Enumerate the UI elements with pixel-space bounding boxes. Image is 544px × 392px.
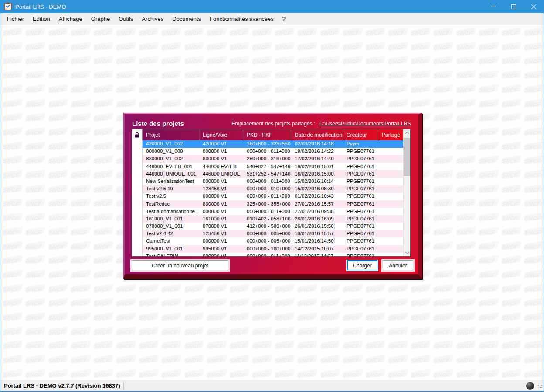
load-button[interactable]: Charger bbox=[347, 260, 377, 270]
svg-text:SNCF: SNCF bbox=[524, 101, 541, 108]
column-header-ligne-voie[interactable]: Ligne/Voie bbox=[199, 129, 243, 140]
table-row[interactable]: 446000_EVIT B_001446000 EVIT B546+827 - … bbox=[132, 163, 403, 170]
svg-text:SNCF: SNCF bbox=[94, 159, 110, 165]
svg-text:SNCF: SNCF bbox=[275, 59, 291, 65]
svg-text:SNCF: SNCF bbox=[524, 216, 541, 222]
menu-item-graphe[interactable]: Graphe bbox=[87, 14, 114, 24]
svg-text:SNCF: SNCF bbox=[71, 301, 87, 307]
svg-text:SNCF: SNCF bbox=[320, 101, 337, 108]
column-header-pkd-pkf[interactable]: PKD - PKF bbox=[243, 129, 291, 140]
svg-text:SNCF: SNCF bbox=[139, 30, 155, 37]
svg-text:SNCF: SNCF bbox=[456, 344, 473, 350]
table-row[interactable]: Test v2.5.19123456 V1000+000 - 010+00015… bbox=[132, 185, 403, 193]
table-row[interactable]: Test v2.4.42123456 V1000+000 - 005+00018… bbox=[132, 230, 403, 237]
column-header-partag-[interactable]: Partagé bbox=[378, 129, 403, 140]
cell: 420000_V1_002 bbox=[143, 140, 199, 148]
svg-text:SNCF: SNCF bbox=[162, 101, 178, 108]
svg-text:SNCF: SNCF bbox=[456, 159, 473, 165]
column-header-projet[interactable]: Projet bbox=[143, 129, 199, 140]
cancel-button[interactable]: Annuler bbox=[383, 260, 413, 270]
scrollbar-thumb[interactable] bbox=[404, 138, 410, 176]
table-row[interactable]: TestReduc830000 V1325+000 - 355+00027/01… bbox=[132, 200, 403, 208]
cell: 070000 V1 bbox=[199, 223, 243, 230]
scrollbar-down-button[interactable] bbox=[404, 249, 410, 256]
svg-text:SNCF: SNCF bbox=[388, 59, 405, 65]
svg-text:SNCF: SNCF bbox=[26, 173, 42, 179]
svg-text:SNCF: SNCF bbox=[456, 101, 473, 108]
menu-item-documents[interactable]: Documents bbox=[168, 14, 205, 24]
table-row[interactable]: Test automatisation te...000000 V1000+00… bbox=[132, 208, 403, 215]
svg-text:SNCF: SNCF bbox=[524, 301, 541, 307]
svg-text:SNCF: SNCF bbox=[94, 87, 110, 93]
cell: 000000 V1 bbox=[199, 193, 243, 200]
svg-text:SNCF: SNCF bbox=[3, 258, 19, 264]
svg-text:SNCF: SNCF bbox=[116, 344, 133, 350]
svg-text:SNCF: SNCF bbox=[388, 344, 405, 350]
menu-item-fichier[interactable]: Fichier bbox=[3, 14, 28, 24]
svg-text:SNCF: SNCF bbox=[524, 87, 541, 93]
svg-text:SNCF: SNCF bbox=[26, 230, 42, 236]
table-row[interactable]: 420000_V1_002420000 V1160+800 - 323+5500… bbox=[132, 140, 403, 148]
table-row[interactable]: CarnetTest000000 V1000+000 - 005+00015/0… bbox=[132, 237, 403, 245]
resize-grip[interactable] bbox=[537, 385, 543, 390]
table-row[interactable]: 830000_V1_002830000 V1280+000 - 316+0001… bbox=[132, 155, 403, 162]
minimize-button[interactable] bbox=[483, 0, 503, 13]
svg-text:SNCF: SNCF bbox=[320, 301, 337, 307]
menu-item-archives[interactable]: Archives bbox=[137, 14, 168, 24]
table-row[interactable]: Test CALEPIN000000 V1000+000 - 011+00011… bbox=[132, 253, 403, 256]
svg-text:SNCF: SNCF bbox=[298, 87, 314, 93]
menu-item-aide[interactable]: ? bbox=[278, 14, 290, 24]
cell: PPGE07761 bbox=[343, 237, 378, 245]
menu-bar: FichierEditionAffichageGrapheOutilsArchi… bbox=[0, 13, 544, 25]
svg-text:SNCF: SNCF bbox=[434, 315, 450, 321]
column-header-lock[interactable] bbox=[132, 129, 143, 140]
vertical-scrollbar[interactable] bbox=[403, 129, 410, 256]
table-row[interactable]: Test v2.5000000 V1000+000 - 011+00001/02… bbox=[132, 193, 403, 200]
svg-text:SNCF: SNCF bbox=[3, 44, 19, 51]
cell: 000+000 - 011+000 bbox=[243, 193, 291, 200]
table-row[interactable]: 446000_UNIQUE_001446000 UNIQUE531+252 - … bbox=[132, 170, 403, 178]
svg-text:SNCF: SNCF bbox=[411, 30, 427, 37]
svg-text:SNCF: SNCF bbox=[3, 344, 19, 350]
scrollbar-up-button[interactable] bbox=[404, 129, 410, 136]
shared-projects-path-link[interactable]: C:\Users\Public\Documents\Portail LRS bbox=[319, 121, 411, 127]
column-header-date-de-modification[interactable]: Date de modification bbox=[291, 129, 343, 140]
table-row[interactable]: 070000_V1_001070000 V1412+000 - 500+0002… bbox=[132, 223, 403, 230]
svg-text:SNCF: SNCF bbox=[524, 116, 541, 122]
svg-text:SNCF: SNCF bbox=[411, 315, 427, 321]
svg-text:SNCF: SNCF bbox=[456, 287, 473, 293]
svg-text:SNCF: SNCF bbox=[26, 258, 42, 264]
svg-text:SNCF: SNCF bbox=[456, 173, 473, 179]
svg-text:SNCF: SNCF bbox=[71, 372, 87, 378]
table-row[interactable]: New SerializationTest000000 V1000+000 - … bbox=[132, 178, 403, 185]
svg-text:SNCF: SNCF bbox=[524, 59, 541, 65]
svg-text:SNCF: SNCF bbox=[456, 315, 473, 321]
svg-text:SNCF: SNCF bbox=[434, 329, 450, 335]
svg-text:SNCF: SNCF bbox=[252, 329, 269, 335]
svg-text:SNCF: SNCF bbox=[48, 101, 65, 108]
svg-text:SNCF: SNCF bbox=[434, 258, 450, 264]
cell: 123456 V1 bbox=[199, 230, 243, 237]
app-clipboard-icon bbox=[4, 3, 12, 10]
cell: 26/01/2016 16:09 bbox=[291, 215, 343, 223]
svg-text:SNCF: SNCF bbox=[275, 44, 291, 51]
column-header-cr-ateur[interactable]: Créateur bbox=[343, 129, 378, 140]
close-button[interactable] bbox=[524, 0, 544, 13]
table-row[interactable]: 161000_V1_001161000 V1010+402 - 058+1062… bbox=[132, 215, 403, 223]
svg-text:SNCF: SNCF bbox=[26, 301, 42, 307]
svg-text:SNCF: SNCF bbox=[366, 30, 382, 37]
svg-text:SNCF: SNCF bbox=[479, 301, 495, 307]
table-row[interactable]: 000000_V1_000000000 V1000+000 - 011+0001… bbox=[132, 148, 403, 155]
menu-item-outils[interactable]: Outils bbox=[114, 14, 137, 24]
cell: 14/12/2015 10:07 bbox=[291, 245, 343, 253]
svg-text:SNCF: SNCF bbox=[48, 329, 65, 335]
create-project-button[interactable]: Créer un nouveau projet bbox=[132, 260, 228, 270]
menu-item-fonctionnalites-avancees[interactable]: Fonctionnalités avancées bbox=[205, 14, 278, 24]
svg-text:SNCF: SNCF bbox=[48, 230, 65, 236]
table-row[interactable]: 995000_V1_001995000 V1000+000 - 160+0001… bbox=[132, 245, 403, 253]
maximize-button[interactable] bbox=[503, 0, 524, 13]
menu-item-edition[interactable]: Edition bbox=[28, 14, 54, 24]
menu-item-affichage[interactable]: Affichage bbox=[54, 14, 87, 24]
svg-text:SNCF: SNCF bbox=[230, 287, 246, 293]
svg-text:SNCF: SNCF bbox=[434, 201, 450, 207]
